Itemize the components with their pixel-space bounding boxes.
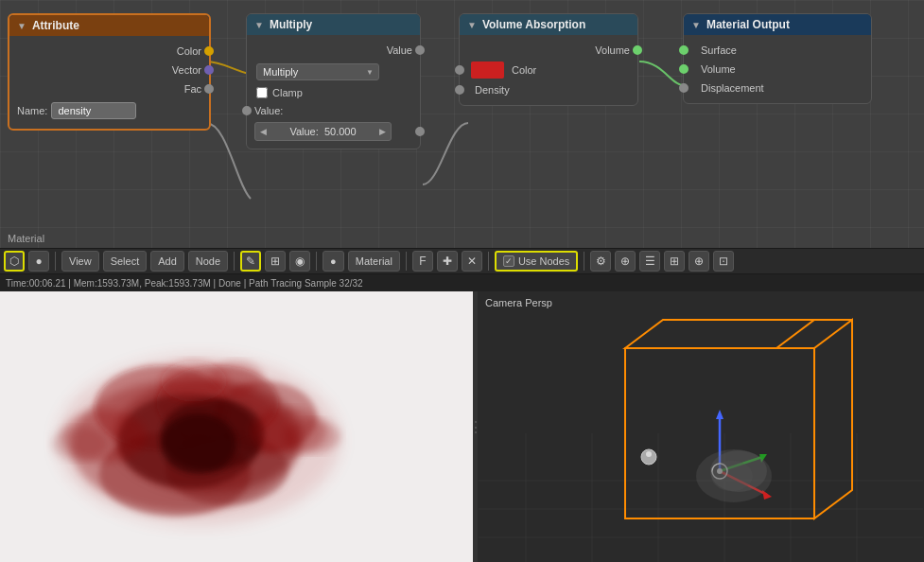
attr-color-socket bbox=[204, 46, 214, 56]
toolbar-render-icon[interactable]: ● bbox=[323, 251, 344, 272]
mul-slider-value: 50.000 bbox=[324, 126, 357, 137]
mul-out-socket bbox=[415, 127, 425, 136]
matout-surface-socket bbox=[679, 45, 689, 55]
viewport-label: Camera Persp bbox=[485, 297, 552, 308]
node-editor-material-label: Material bbox=[8, 233, 44, 244]
toolbar-close-icon[interactable]: ✕ bbox=[462, 251, 482, 272]
mul-value-top-socket bbox=[415, 45, 425, 55]
smoke-container bbox=[0, 291, 473, 562]
viewport-svg bbox=[478, 291, 924, 562]
matout-disp-row: Displacement bbox=[684, 79, 871, 97]
mul-value-slider[interactable]: Value: 50.000 bbox=[254, 122, 392, 141]
bottom-panels: Camera Persp bbox=[0, 291, 924, 562]
toolbar-material-icon[interactable]: ● bbox=[28, 251, 49, 272]
attr-name-label: Name: bbox=[17, 105, 47, 116]
toolbar-sep-5 bbox=[488, 252, 489, 271]
node-editor: ▼ Attribute Color Vector Fac Name: bbox=[0, 0, 924, 248]
toolbar-edit-icon[interactable]: ✎ bbox=[240, 251, 261, 272]
attr-vector-row: Vector bbox=[9, 61, 209, 79]
toolbar-select-menu[interactable]: Select bbox=[103, 251, 148, 272]
use-nodes-label: Use Nodes bbox=[518, 255, 569, 267]
node-attribute: ▼ Attribute Color Vector Fac Name: bbox=[8, 13, 211, 131]
toolbar-sep-2 bbox=[234, 252, 235, 271]
toolbar-sep-4 bbox=[406, 252, 407, 271]
attr-color-label: Color bbox=[177, 45, 201, 57]
node-attribute-title: Attribute bbox=[32, 19, 79, 32]
vol-color-swatch[interactable] bbox=[471, 61, 504, 79]
node-multiply: ▼ Multiply Value Multiply Add Subtract D… bbox=[246, 13, 421, 149]
matout-volume-label: Volume bbox=[701, 63, 736, 75]
attr-vector-socket bbox=[204, 65, 214, 75]
mul-clamp-label: Clamp bbox=[272, 87, 303, 98]
matout-volume-row: Volume bbox=[684, 60, 871, 79]
node-multiply-collapse[interactable]: ▼ bbox=[254, 20, 264, 30]
node-attribute-body: Color Vector Fac Name: bbox=[9, 36, 209, 129]
node-multiply-header: ▼ Multiply bbox=[247, 14, 420, 35]
node-multiply-body: Value Multiply Add Subtract Divide Clamp bbox=[247, 35, 420, 149]
toolbar-view-menu[interactable]: View bbox=[61, 251, 99, 272]
render-preview bbox=[0, 291, 473, 562]
toolbar-view2-icon[interactable]: ⊞ bbox=[265, 251, 286, 272]
toolbar-nav-icon[interactable]: ⊕ bbox=[615, 251, 636, 272]
toolbar-extra-icon[interactable]: ⊕ bbox=[689, 251, 709, 272]
svg-point-42 bbox=[711, 461, 753, 491]
attr-color-row: Color bbox=[9, 42, 209, 61]
mul-value-label: Value: bbox=[254, 105, 283, 116]
vol-color-label: Color bbox=[512, 64, 536, 76]
node-collapse-arrow[interactable]: ▼ bbox=[17, 21, 26, 31]
toolbar-sep-3 bbox=[316, 252, 317, 271]
toolbar-snap-icon[interactable]: ⊞ bbox=[664, 251, 685, 272]
vol-volume-row: Volume bbox=[460, 41, 637, 60]
toolbar-plus-icon[interactable]: ✚ bbox=[437, 251, 458, 272]
smoke-svg bbox=[9, 304, 463, 550]
toolbar-add-menu[interactable]: Add bbox=[150, 251, 184, 272]
node-multiply-title: Multiply bbox=[270, 18, 312, 31]
matout-disp-label: Displacement bbox=[701, 82, 764, 94]
vol-color-row: Color bbox=[460, 60, 637, 80]
svg-point-11 bbox=[284, 419, 340, 453]
toolbar-node-menu[interactable]: Node bbox=[188, 251, 228, 272]
matout-surface-row: Surface bbox=[684, 41, 871, 60]
toolbar-overlay-icon[interactable]: ⊡ bbox=[713, 251, 734, 272]
svg-point-13 bbox=[52, 427, 109, 461]
use-nodes-btn[interactable]: ✓ Use Nodes bbox=[495, 251, 578, 272]
mul-clamp-row: Clamp bbox=[247, 84, 420, 101]
attr-name-input[interactable] bbox=[51, 102, 136, 119]
node-matout-collapse[interactable]: ▼ bbox=[691, 20, 701, 30]
node-material-out-title: Material Output bbox=[706, 18, 790, 31]
toolbar-settings-icon[interactable]: ⚙ bbox=[590, 251, 611, 272]
toolbar-material-label[interactable]: Material bbox=[348, 251, 400, 272]
node-volume-abs-title: Volume Absorption bbox=[482, 18, 585, 31]
mul-dropdown-wrap: Multiply Add Subtract Divide bbox=[256, 63, 379, 80]
matout-surface-label: Surface bbox=[701, 44, 737, 56]
toolbar-f-btn[interactable]: F bbox=[412, 251, 433, 272]
toolbar-display-icon[interactable]: ☰ bbox=[639, 251, 660, 272]
toolbar-sep-6 bbox=[584, 252, 584, 271]
mul-type-select[interactable]: Multiply Add Subtract Divide bbox=[256, 63, 379, 80]
vol-volume-socket bbox=[633, 45, 642, 55]
mul-clamp-checkbox[interactable] bbox=[256, 87, 268, 98]
mul-slider-label: Value: bbox=[289, 126, 324, 137]
mul-value-top-label: Value bbox=[387, 44, 412, 56]
mul-value-top-row: Value bbox=[247, 41, 420, 60]
toolbar-sep-1 bbox=[55, 252, 56, 271]
status-bar: Time:00:06.21 | Mem:1593.73M, Peak:1593.… bbox=[0, 274, 924, 291]
toolbar: ⬡ ● View Select Add Node ✎ ⊞ ◉ ● Materia… bbox=[0, 248, 924, 274]
vol-density-label: Density bbox=[475, 84, 510, 96]
vol-volume-label: Volume bbox=[595, 44, 630, 56]
attr-fac-socket bbox=[204, 84, 214, 94]
toolbar-node-icon[interactable]: ⬡ bbox=[4, 251, 25, 272]
attr-fac-row: Fac bbox=[9, 79, 209, 98]
node-attribute-header: ▼ Attribute bbox=[9, 15, 209, 36]
node-volume-abs: ▼ Volume Absorption Volume Color Density bbox=[459, 13, 638, 106]
node-vol-collapse[interactable]: ▼ bbox=[467, 20, 477, 30]
toolbar-cam-icon[interactable]: ◉ bbox=[289, 251, 310, 272]
status-text: Time:00:06.21 | Mem:1593.73M, Peak:1593.… bbox=[6, 278, 363, 289]
attr-fac-label: Fac bbox=[184, 83, 201, 95]
vol-density-row: Density bbox=[460, 80, 637, 99]
node-volume-abs-body: Volume Color Density bbox=[460, 35, 637, 105]
node-material-out-header: ▼ Material Output bbox=[684, 14, 871, 35]
attr-name-row: Name: bbox=[9, 98, 209, 123]
mul-slider-row: Value: 50.000 bbox=[247, 120, 420, 143]
svg-point-16 bbox=[161, 413, 236, 474]
